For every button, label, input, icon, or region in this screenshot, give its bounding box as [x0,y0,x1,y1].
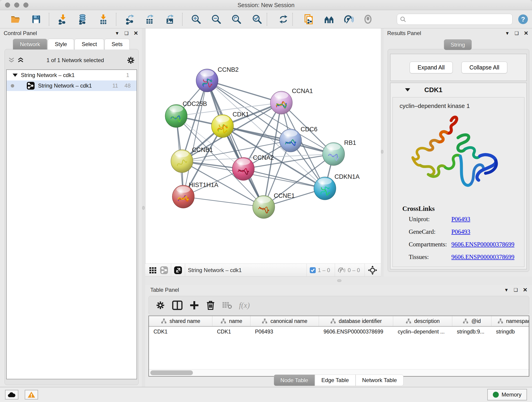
column-header[interactable]: shared name [149,316,212,326]
import-database-icon[interactable] [77,14,88,25]
grid-view-icon[interactable] [149,266,157,274]
column-header[interactable]: canonical name [250,316,319,326]
network-node[interactable]: CCNA1 [270,88,313,114]
hide-selected-icon[interactable] [343,14,354,25]
zoom-selected-icon[interactable] [252,14,262,25]
column-header[interactable]: database identifier [319,316,393,326]
open-session-icon[interactable] [10,14,21,25]
network-options-gear-icon[interactable] [127,56,135,65]
tab-select[interactable]: Select [75,39,104,50]
close-panel-icon[interactable]: ✕ [524,31,528,36]
node-label: CCNA2 [253,154,274,161]
crosslink-link[interactable]: P06493 [451,216,470,223]
column-header[interactable]: @id [452,316,491,326]
refresh-icon[interactable] [278,14,289,25]
export-table-icon[interactable] [144,14,155,25]
network-node[interactable]: HIST1H1A [172,182,218,208]
network-edge[interactable] [183,197,264,207]
column-header[interactable]: description [393,316,452,326]
zoom-fit-icon[interactable] [231,14,242,25]
gene-section-header[interactable]: CDK1 [390,83,526,97]
warnings-button[interactable] [25,390,38,400]
import-table-icon[interactable] [98,14,109,25]
close-panel-icon[interactable]: ✕ [133,31,138,36]
save-session-icon[interactable] [31,14,41,25]
network-node[interactable]: CDK1 [211,111,249,138]
duplicate-network-icon[interactable] [304,14,314,25]
search-box [397,14,513,25]
panel-menu-icon[interactable]: ▼ [505,31,510,36]
collapse-all-button[interactable]: Collapse All [462,62,507,73]
float-panel-icon[interactable]: ❑ [514,288,518,292]
selected-checkbox-icon[interactable] [310,267,316,274]
section-expander-icon[interactable] [405,88,410,91]
tab-style[interactable]: Style [48,39,74,50]
node-table: shared namenamecanonical namedatabase id… [148,316,529,376]
left-splitter[interactable] [142,28,145,387]
tab-network-table[interactable]: Network Table [355,375,404,386]
collapse-all-icon[interactable] [8,57,15,63]
splitter-handle[interactable] [381,150,383,153]
right-splitter[interactable] [381,28,384,277]
delete-table-icon[interactable] [222,301,232,309]
tab-network[interactable]: Network [13,39,47,50]
help-icon[interactable]: ? [518,14,528,25]
float-panel-icon[interactable]: ❑ [124,31,128,36]
network-row[interactable]: String Network – cdk1 11 48 [7,80,137,91]
network-node[interactable]: RB1 [323,139,356,166]
crosslink-label: Compartments: [409,241,451,248]
table-toolbar: f(x) [148,296,529,315]
first-neighbors-icon[interactable] [324,14,334,25]
show-columns-icon[interactable] [172,300,183,310]
cloud-status-button[interactable] [5,390,18,400]
tab-node-table[interactable]: Node Table [274,375,315,386]
network-node[interactable]: CCNB1 [171,147,213,172]
float-panel-icon[interactable]: ❑ [515,31,519,36]
crosslink-link[interactable]: P06493 [451,266,470,267]
network-canvas[interactable]: CCNB2CCNA1CDC25BCDK1CDC6RB1CCNB1CCNA2CDK… [145,28,381,264]
node-label: CCNA1 [292,88,313,95]
network-collection-row[interactable]: String Network – cdk1 1 [7,70,137,80]
splitter-handle[interactable] [142,206,145,210]
tab-string[interactable]: String [444,39,472,50]
expand-all-icon[interactable] [17,57,24,63]
tab-sets[interactable]: Sets [104,39,130,50]
panel-menu-icon[interactable]: ▼ [504,288,509,292]
node-gloss-highlight [200,70,214,77]
node-label: CDC25B [183,100,207,107]
crosslink-link[interactable]: P06493 [451,228,470,235]
panel-menu-icon[interactable]: ▼ [115,31,119,36]
delete-column-icon[interactable] [206,300,215,310]
network-node[interactable]: CDC25B [165,100,207,128]
network-edge[interactable] [207,80,281,103]
network-share-icon[interactable] [160,266,168,274]
fit-content-icon[interactable] [367,265,378,275]
birdseye-view-icon[interactable] [174,266,182,274]
tree-expander-icon[interactable] [13,74,18,77]
show-all-icon[interactable] [363,14,373,25]
network-node[interactable]: CDKN1A [314,173,360,200]
memory-button[interactable]: Memory [487,389,527,400]
column-header[interactable]: name [212,316,250,326]
expand-all-button[interactable]: Expand All [410,62,453,73]
crosslink-link[interactable]: 9606.ENSP00000378699 [451,254,514,261]
add-column-icon[interactable] [190,300,199,310]
column-header[interactable]: namespace [491,316,529,326]
zoom-in-icon[interactable] [191,14,201,25]
zoom-out-icon[interactable] [211,14,222,25]
table-row[interactable]: CDK1CDK1P064939606.ENSP00000378699cyclin… [149,327,529,337]
close-panel-icon[interactable]: ✕ [523,287,527,293]
export-image-icon[interactable] [165,14,175,25]
crosslink-link[interactable]: 9606.ENSP00000378699 [451,241,514,248]
table-cell: 9606.ENSP00000378699 [319,327,393,337]
search-input[interactable] [406,16,507,22]
import-network-icon[interactable] [57,14,68,25]
tab-edge-table[interactable]: Edge Table [315,375,355,386]
table-options-gear-icon[interactable] [156,300,165,310]
horizontal-splitter[interactable] [145,277,532,285]
network-edge[interactable] [183,80,207,197]
export-network-icon[interactable] [125,14,135,25]
splitter-handle[interactable] [337,279,341,282]
node-label: CCNE1 [274,192,295,199]
function-builder-icon[interactable]: f(x) [239,301,250,310]
